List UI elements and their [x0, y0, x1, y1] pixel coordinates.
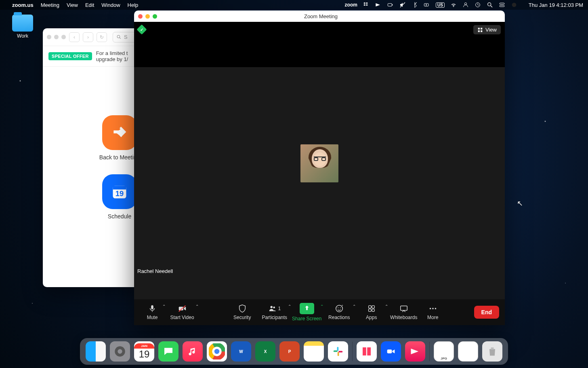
menubar-clock[interactable]: Thu Jan 19 4:12:03 PM	[529, 2, 583, 8]
status-bluetooth-icon[interactable]	[412, 2, 418, 8]
status-wifi-icon[interactable]	[450, 2, 457, 8]
dock-snagit[interactable]	[405, 341, 425, 362]
whiteboards-button[interactable]: Whiteboards	[388, 301, 420, 324]
share-screen-button[interactable]: ⌃ Share Screen	[291, 301, 323, 324]
meeting-toolbar: ⌃ Mute ⌃ Start Video Security 1	[134, 299, 505, 325]
file-badge: JPG	[441, 357, 447, 360]
folder-icon	[12, 15, 33, 32]
mute-button[interactable]: ⌃ Mute	[140, 301, 165, 324]
chevron-up-icon[interactable]: ⌃	[195, 304, 199, 309]
nav-history-button[interactable]: ↻	[97, 32, 107, 42]
chevron-up-icon[interactable]: ⌃	[162, 304, 166, 309]
apps-icon	[367, 304, 376, 313]
tile-label: Schedule	[108, 213, 131, 220]
menubar: zoom.us Meeting View Edit Window Help zo…	[0, 0, 588, 10]
svg-rect-1	[392, 4, 393, 6]
nav-forward-button[interactable]: ›	[83, 32, 93, 42]
traffic-lights[interactable]	[47, 35, 66, 39]
status-spotlight-icon[interactable]	[487, 2, 493, 8]
menu-window[interactable]: Window	[101, 2, 120, 8]
end-meeting-button[interactable]: End	[474, 306, 499, 319]
chevron-up-icon[interactable]: ⌃	[353, 304, 356, 309]
dock-system-preferences[interactable]	[110, 341, 130, 362]
status-input-source[interactable]: US	[436, 2, 445, 8]
participant-avatar[interactable]	[300, 144, 338, 182]
dock-powerpoint[interactable]: P	[279, 341, 300, 362]
svg-rect-34	[401, 306, 407, 311]
status-snagit-icon[interactable]	[375, 2, 382, 8]
camera-off-icon	[178, 304, 187, 313]
status-control-center-icon[interactable]	[499, 2, 505, 8]
dock-zoom[interactable]	[381, 341, 401, 362]
dock-music[interactable]	[183, 341, 203, 362]
svg-point-36	[432, 308, 434, 309]
menu-help[interactable]: Help	[128, 2, 139, 8]
start-video-button[interactable]: ⌃ Start Video	[166, 301, 198, 324]
dock-file-generic[interactable]	[458, 341, 478, 362]
microphone-icon	[148, 304, 157, 313]
meeting-titlebar[interactable]: Zoom Meeting	[134, 11, 505, 22]
status-siri-icon[interactable]	[511, 2, 517, 8]
status-charging-icon[interactable]	[424, 2, 430, 8]
svg-rect-49	[338, 351, 342, 353]
dock-messages[interactable]	[158, 341, 178, 362]
participants-button[interactable]: 1 ⌃ Participants	[259, 301, 290, 324]
whiteboard-icon	[399, 304, 408, 313]
dock-word[interactable]: W	[231, 341, 251, 362]
dock-notes[interactable]	[304, 341, 324, 362]
svg-rect-21	[151, 305, 153, 309]
dock-finder[interactable]	[86, 341, 106, 362]
status-user-icon[interactable]	[462, 2, 469, 8]
dock-chrome[interactable]	[207, 341, 227, 362]
window-title: Zoom Meeting	[157, 13, 485, 19]
desktop-folder-work[interactable]: Work	[10, 15, 35, 39]
svg-point-28	[340, 307, 341, 308]
chevron-up-icon[interactable]: ⌃	[320, 304, 323, 309]
svg-rect-31	[372, 306, 374, 308]
svg-rect-0	[388, 4, 392, 6]
view-layout-button[interactable]: View	[473, 25, 501, 34]
status-battery-icon[interactable]	[387, 2, 394, 8]
svg-point-25	[273, 307, 275, 308]
status-dropbox-icon[interactable]	[363, 2, 370, 8]
svg-rect-9	[500, 5, 504, 6]
svg-point-24	[271, 306, 273, 309]
svg-point-27	[338, 307, 338, 308]
svg-point-37	[435, 308, 436, 309]
dock-excel[interactable]: X	[255, 341, 275, 362]
svg-rect-17	[478, 27, 480, 29]
svg-point-39	[118, 349, 122, 353]
svg-rect-48	[338, 352, 339, 356]
app-menu[interactable]: zoom.us	[12, 2, 34, 8]
svg-line-7	[491, 6, 492, 7]
dock-slack[interactable]	[328, 341, 348, 362]
svg-point-6	[488, 3, 491, 6]
reactions-button[interactable]: + ⌃ Reactions	[323, 301, 355, 324]
special-offer-badge: SPECIAL OFFER	[48, 52, 92, 60]
svg-point-33	[372, 309, 374, 311]
security-button[interactable]: Security	[227, 301, 258, 324]
dock-file-jpg[interactable]: JPG	[434, 341, 454, 362]
schedule-tile[interactable]: 19 Schedule	[102, 174, 137, 220]
svg-rect-19	[478, 30, 480, 32]
dock-trash[interactable]	[482, 341, 502, 362]
chevron-up-icon[interactable]: ⌃	[385, 304, 388, 309]
chevron-up-icon[interactable]: ⌃	[288, 304, 291, 309]
more-button[interactable]: More	[420, 301, 445, 324]
share-up-icon	[302, 304, 311, 313]
banner-text: For a limited t upgrade by 1/	[96, 50, 128, 62]
dock: JAN 19 W X P JPG	[80, 338, 508, 365]
dock-news[interactable]	[357, 341, 377, 362]
status-timemachine-icon[interactable]	[475, 2, 481, 8]
menu-meeting[interactable]: Meeting	[41, 2, 59, 8]
apps-button[interactable]: ⌃ Apps	[356, 301, 387, 324]
nav-back-button[interactable]: ‹	[69, 32, 80, 42]
traffic-lights[interactable]	[138, 14, 157, 19]
menu-view[interactable]: View	[67, 2, 78, 8]
cal-day: 19	[139, 349, 150, 360]
menu-edit[interactable]: Edit	[85, 2, 94, 8]
status-mute-icon[interactable]	[399, 2, 406, 8]
status-zoom[interactable]: zoom	[345, 2, 357, 8]
svg-rect-8	[500, 3, 504, 4]
dock-calendar[interactable]: JAN 19	[134, 341, 154, 362]
